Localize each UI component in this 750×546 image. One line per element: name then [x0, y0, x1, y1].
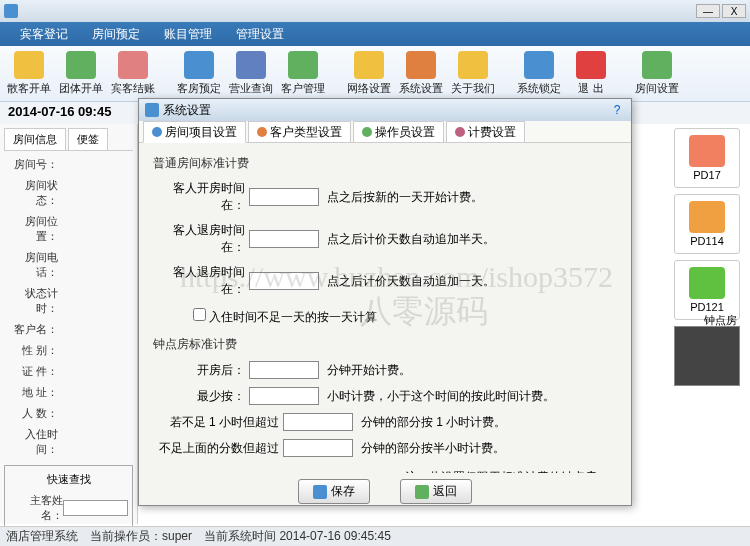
- row-label: 客人退房时间在：: [153, 222, 249, 256]
- field-label: 入住时间：: [4, 427, 58, 457]
- section1-title: 普通房间标准计费: [153, 155, 617, 172]
- toolbar-系统设置[interactable]: 系统设置: [396, 49, 446, 99]
- toolbar-label: 退 出: [578, 81, 603, 96]
- toolbar-散客开单[interactable]: 散客开单: [4, 49, 54, 99]
- field-label: 地 址：: [4, 385, 58, 400]
- dialog-tab-操作员设置[interactable]: 操作员设置: [353, 121, 444, 142]
- toolbar-退 出[interactable]: 退 出: [566, 49, 616, 99]
- toolbar-关于我们[interactable]: 关于我们: [448, 49, 498, 99]
- 客户管理-icon: [288, 51, 318, 79]
- 网络设置-icon: [354, 51, 384, 79]
- menu-房间预定[interactable]: 房间预定: [80, 26, 152, 43]
- room-list-panel: PD17PD114PD121钟点房: [670, 124, 750, 524]
- value-input[interactable]: [249, 361, 319, 379]
- save-icon: [313, 485, 327, 499]
- checkbox-row[interactable]: 入住时间不足一天的按一天计算: [193, 310, 377, 324]
- value-input[interactable]: [249, 387, 319, 405]
- toolbar-label: 客户管理: [281, 81, 325, 96]
- toolbar-房间设置[interactable]: 房间设置: [632, 49, 682, 99]
- search-name-input[interactable]: [63, 500, 128, 516]
- tab-icon: [257, 127, 267, 137]
- window-titlebar: — X: [0, 0, 750, 22]
- toolbar-label: 客房预定: [177, 81, 221, 96]
- menu-账目管理[interactable]: 账目管理: [152, 26, 224, 43]
- field-label: 房间状态：: [4, 178, 58, 208]
- toolbar-label: 关于我们: [451, 81, 495, 96]
- room-icon: [689, 201, 725, 233]
- 系统设置-icon: [406, 51, 436, 79]
- time-input[interactable]: [249, 230, 319, 248]
- toolbar-客户管理[interactable]: 客户管理: [278, 49, 328, 99]
- field-label: 客户名：: [4, 322, 58, 337]
- row-desc: 分钟开始计费。: [327, 362, 411, 379]
- row-label: 不足上面的分数但超过: [153, 440, 283, 457]
- value-input[interactable]: [283, 439, 353, 457]
- save-button[interactable]: 保存: [298, 479, 370, 504]
- system-settings-dialog: 系统设置 ? 房间项目设置客户类型设置操作员设置计费设置 普通房间标准计费 客人…: [138, 98, 632, 506]
- room-icon: [689, 135, 725, 167]
- field-label: 性 别：: [4, 343, 58, 358]
- dialog-tab-房间项目设置[interactable]: 房间项目设置: [143, 121, 246, 143]
- app-icon: [4, 4, 18, 18]
- field-label: 房间电话：: [4, 250, 58, 280]
- field-label: 房间号：: [4, 157, 58, 172]
- toolbar-网络设置[interactable]: 网络设置: [344, 49, 394, 99]
- row-desc: 分钟的部分按半小时计费。: [361, 440, 505, 457]
- toolbar-客房预定[interactable]: 客房预定: [174, 49, 224, 99]
- section2-title: 钟点房标准计费: [153, 336, 617, 353]
- 系统锁定-icon: [524, 51, 554, 79]
- row-label: 客人退房时间在：: [153, 264, 249, 298]
- operator-info: 当前操作员：super: [90, 528, 192, 545]
- 关于我们-icon: [458, 51, 488, 79]
- toolbar-label: 宾客结账: [111, 81, 155, 96]
- close-button[interactable]: X: [722, 4, 746, 18]
- 客房预定-icon: [184, 51, 214, 79]
- field-label: 房间位置：: [4, 214, 58, 244]
- toolbar-营业查询[interactable]: 营业查询: [226, 49, 276, 99]
- 房间设置-icon: [642, 51, 672, 79]
- 退 出-icon: [576, 51, 606, 79]
- room-label: PD121: [690, 301, 724, 313]
- row-desc: 分钟的部分按 1 小时计费。: [361, 414, 506, 431]
- dialog-tab-客户类型设置[interactable]: 客户类型设置: [248, 121, 351, 142]
- status-bar: 酒店管理系统 当前操作员：super 当前系统时间 2014-07-16 09:…: [0, 526, 750, 546]
- minimize-button[interactable]: —: [696, 4, 720, 18]
- back-button[interactable]: 返回: [400, 479, 472, 504]
- toolbar-label: 散客开单: [7, 81, 51, 96]
- time-input[interactable]: [249, 272, 319, 290]
- 散客开单-icon: [14, 51, 44, 79]
- toolbar-宾客结账[interactable]: 宾客结账: [108, 49, 158, 99]
- hourly-room-thumb[interactable]: 钟点房: [674, 326, 740, 386]
- menu-管理设置[interactable]: 管理设置: [224, 26, 296, 43]
- dialog-titlebar: 系统设置 ?: [139, 99, 631, 121]
- toolbar-label: 系统锁定: [517, 81, 561, 96]
- help-button[interactable]: ?: [609, 103, 625, 117]
- room-PD114[interactable]: PD114: [674, 194, 740, 254]
- row-desc: 点之后计价天数自动追加半天。: [327, 231, 495, 248]
- room-PD121[interactable]: PD121: [674, 260, 740, 320]
- room-PD17[interactable]: PD17: [674, 128, 740, 188]
- toolbar-团体开单[interactable]: 团体开单: [56, 49, 106, 99]
- room-icon: [689, 267, 725, 299]
- app-name: 酒店管理系统: [6, 528, 78, 545]
- row-label: 最少按：: [153, 388, 249, 405]
- value-input[interactable]: [283, 413, 353, 431]
- full-day-checkbox[interactable]: [193, 308, 206, 321]
- row-label: 客人开房时间在：: [153, 180, 249, 214]
- 营业查询-icon: [236, 51, 266, 79]
- left-tab-便签[interactable]: 便签: [68, 128, 108, 150]
- field-label: 证 件：: [4, 364, 58, 379]
- left-tab-房间信息[interactable]: 房间信息: [4, 128, 66, 150]
- dialog-tab-计费设置[interactable]: 计费设置: [446, 121, 525, 142]
- toolbar-label: 团体开单: [59, 81, 103, 96]
- time-input[interactable]: [249, 188, 319, 206]
- row-label: 开房后：: [153, 362, 249, 379]
- menu-宾客登记[interactable]: 宾客登记: [8, 26, 80, 43]
- dialog-icon: [145, 103, 159, 117]
- toolbar-label: 网络设置: [347, 81, 391, 96]
- system-time: 当前系统时间 2014-07-16 09:45:45: [204, 528, 391, 545]
- toolbar-系统锁定[interactable]: 系统锁定: [514, 49, 564, 99]
- tab-icon: [152, 127, 162, 137]
- back-icon: [415, 485, 429, 499]
- toolbar-label: 房间设置: [635, 81, 679, 96]
